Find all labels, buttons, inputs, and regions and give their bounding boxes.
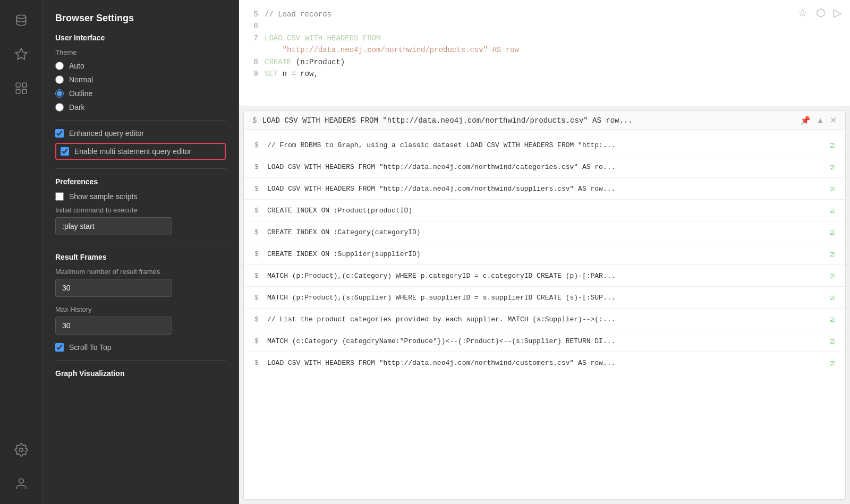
result-item[interactable]: $ MATCH (c:Category {categoryName:"Produ… — [244, 330, 845, 352]
code-text-7: LOAD CSV WITH HEADERS FROM — [265, 32, 380, 44]
result-prompt: $ — [254, 185, 263, 193]
theme-outline[interactable]: Outline — [55, 89, 226, 98]
max-result-frames-input[interactable]: 30 — [55, 279, 172, 297]
result-prompt: $ — [254, 294, 263, 302]
result-text: // List the product categories provided … — [267, 315, 820, 323]
theme-auto-radio[interactable] — [55, 62, 64, 70]
result-item[interactable]: $ MATCH (p:Product),(s:Supplier) WHERE p… — [244, 287, 845, 309]
show-sample-scripts-checkbox[interactable]: Show sample scripts — [55, 192, 226, 201]
theme-normal-label: Normal — [69, 75, 93, 84]
result-item[interactable]: $ CREATE INDEX ON :Product(productID) ☑ — [244, 200, 845, 221]
max-result-frames-label: Maximum number of result frames — [55, 268, 226, 276]
result-text: LOAD CSV WITH HEADERS FROM "http://data.… — [267, 163, 820, 171]
user-icon[interactable] — [10, 472, 33, 496]
theme-dark-radio[interactable] — [55, 103, 64, 112]
result-frames-heading: Result Frames — [55, 253, 226, 261]
result-check-icon: ☑ — [824, 336, 835, 346]
theme-auto[interactable]: Auto — [55, 62, 226, 70]
theme-normal-radio[interactable] — [55, 75, 64, 84]
result-prompt: $ — [254, 337, 263, 345]
result-item[interactable]: $ // From RDBMS to Graph, using a classi… — [244, 134, 845, 156]
graph-visualization-heading: Graph Visualization — [55, 369, 226, 378]
result-check-icon: ☑ — [824, 270, 835, 281]
result-prompt: $ — [254, 228, 263, 236]
search-icon[interactable] — [10, 76, 33, 100]
enhanced-query-editor-input[interactable] — [55, 129, 64, 138]
query-results: $ // From RDBMS to Graph, using a classi… — [244, 130, 845, 499]
max-history-input[interactable]: 30 — [55, 317, 172, 335]
icon-sidebar — [0, 0, 42, 504]
play-toolbar-icon[interactable]: ▷ — [834, 6, 842, 19]
result-check-icon: ☑ — [824, 292, 835, 303]
theme-label: Theme — [55, 48, 226, 56]
settings-icon[interactable] — [10, 438, 33, 462]
query-header: $ LOAD CSV WITH HEADERS FROM "http://dat… — [244, 111, 845, 130]
result-check-icon: ☑ — [824, 205, 835, 216]
max-history-group: Max History 30 — [55, 305, 226, 335]
code-line-8: 8 CREATE (n:Product) — [250, 56, 839, 68]
scroll-to-top-checkbox[interactable]: Scroll To Top — [55, 343, 226, 352]
result-item[interactable]: $ LOAD CSV WITH HEADERS FROM "http://dat… — [244, 156, 845, 178]
result-text: MATCH (p:Product),(s:Supplier) WHERE p.s… — [267, 294, 820, 302]
show-sample-scripts-label: Show sample scripts — [69, 192, 137, 201]
result-item[interactable]: $ MATCH (p:Product),(c:Category) WHERE p… — [244, 265, 845, 287]
preferences-heading: Preferences — [55, 177, 226, 186]
settings-panel: Browser Settings User Interface Theme Au… — [42, 0, 239, 504]
result-text: MATCH (c:Category {categoryName:"Produce… — [267, 337, 820, 345]
scroll-to-top-input[interactable] — [55, 343, 64, 352]
enhanced-query-editor-label: Enhanced query editor — [69, 129, 144, 138]
theme-dark-label: Dark — [69, 103, 85, 112]
code-text-7b: "http://data.neo4j.com/northwind/product… — [265, 44, 519, 56]
erase-toolbar-icon[interactable]: ⬡ — [816, 6, 825, 19]
show-sample-scripts-input[interactable] — [55, 192, 64, 201]
theme-dark[interactable]: Dark — [55, 103, 226, 112]
line-num-9: 9 — [250, 68, 258, 80]
code-line-6: 6 — [250, 20, 839, 32]
svg-rect-2 — [16, 83, 20, 87]
initial-command-label: Initial command to execute — [55, 206, 226, 214]
result-prompt: $ — [254, 359, 263, 367]
star-icon[interactable] — [10, 42, 33, 66]
theme-outline-radio[interactable] — [55, 89, 64, 98]
chevron-up-icon[interactable]: ▲ — [816, 116, 824, 125]
theme-normal[interactable]: Normal — [55, 75, 226, 84]
result-text: LOAD CSV WITH HEADERS FROM "http://data.… — [267, 359, 820, 367]
database-icon[interactable] — [10, 8, 33, 32]
svg-point-0 — [16, 15, 26, 19]
result-check-icon: ☑ — [824, 140, 835, 150]
star-toolbar-icon[interactable]: ☆ — [798, 6, 808, 19]
result-text: CREATE INDEX ON :Supplier(supplierID) — [267, 250, 820, 258]
result-item[interactable]: $ CREATE INDEX ON :Supplier(supplierID) … — [244, 243, 845, 265]
code-text-8: CREATE (n:Product) — [265, 56, 345, 68]
line-num-6: 6 — [250, 20, 258, 32]
result-text: CREATE INDEX ON :Category(categoryID) — [267, 228, 820, 236]
result-check-icon: ☑ — [824, 357, 835, 368]
result-check-icon: ☑ — [824, 249, 835, 259]
svg-rect-3 — [22, 83, 27, 87]
multi-statement-highlight-box[interactable]: Enable multi statement query editor — [55, 143, 226, 160]
result-check-icon: ☑ — [824, 161, 835, 172]
query-header-icons: 📌 ▲ ✕ — [800, 115, 837, 125]
pin-icon[interactable]: 📌 — [800, 115, 811, 125]
result-text: CREATE INDEX ON :Product(productID) — [267, 207, 820, 215]
enhanced-query-editor-checkbox[interactable]: Enhanced query editor — [55, 129, 226, 138]
close-query-icon[interactable]: ✕ — [830, 115, 837, 125]
code-text-6 — [265, 20, 269, 32]
result-item[interactable]: $ // List the product categories provide… — [244, 309, 845, 330]
svg-point-6 — [19, 448, 23, 452]
code-line-7b: "http://data.neo4j.com/northwind/product… — [250, 44, 839, 56]
result-check-icon: ☑ — [824, 183, 835, 194]
result-prompt: $ — [254, 315, 263, 323]
query-panel: $ LOAD CSV WITH HEADERS FROM "http://dat… — [243, 110, 846, 500]
result-prompt: $ — [254, 141, 263, 149]
code-editor-top: 5 // Load records 6 7 LOAD CSV WITH HEAD… — [239, 0, 850, 106]
initial-command-input[interactable]: :play start — [55, 217, 172, 235]
result-item[interactable]: $ LOAD CSV WITH HEADERS FROM "http://dat… — [244, 352, 845, 373]
multi-statement-label: Enable multi statement query editor — [74, 147, 191, 156]
result-item[interactable]: $ LOAD CSV WITH HEADERS FROM "http://dat… — [244, 178, 845, 200]
max-result-frames-group: Maximum number of result frames 30 — [55, 268, 226, 297]
result-prompt: $ — [254, 163, 263, 171]
result-item[interactable]: $ CREATE INDEX ON :Category(categoryID) … — [244, 221, 845, 243]
multi-statement-checkbox[interactable] — [61, 147, 69, 156]
line-num-7b — [250, 44, 258, 56]
